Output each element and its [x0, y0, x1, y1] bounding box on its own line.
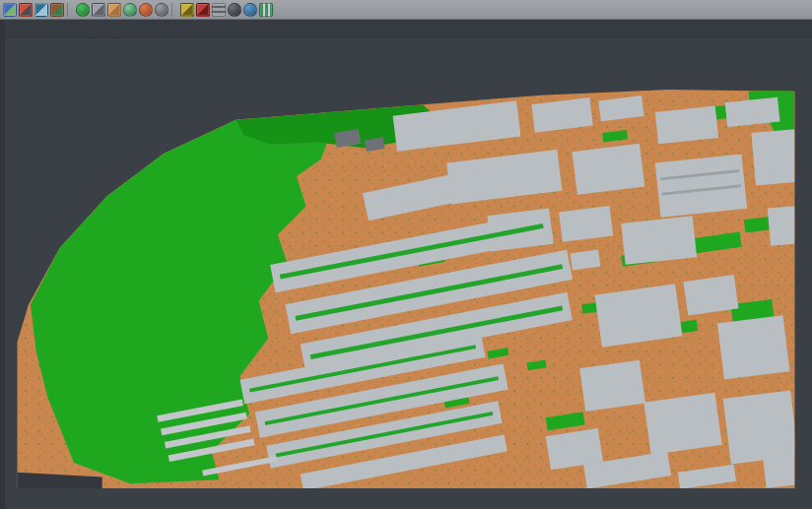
- grid-icon[interactable]: [212, 3, 226, 17]
- globe-icon[interactable]: [123, 3, 137, 17]
- toolbar-separator: [67, 3, 73, 17]
- histogram-icon[interactable]: [259, 3, 273, 17]
- application-window: [0, 0, 812, 509]
- measure-icon[interactable]: [180, 3, 194, 17]
- building-icon[interactable]: [92, 3, 105, 17]
- layers-icon[interactable]: [3, 3, 17, 17]
- toolbar-separator: [171, 3, 177, 17]
- point-cloud-scene: [0, 22, 812, 509]
- settings-gear-icon[interactable]: [155, 3, 169, 17]
- terrain-icon[interactable]: [50, 3, 64, 17]
- delete-icon[interactable]: [196, 3, 210, 17]
- main-toolbar: [0, 0, 812, 20]
- viewport-left-edge: [0, 20, 5, 509]
- 3d-viewport[interactable]: [0, 20, 812, 509]
- render-globe-icon[interactable]: [243, 3, 257, 17]
- vegetation-icon[interactable]: [76, 3, 90, 17]
- save-icon[interactable]: [34, 3, 48, 17]
- classification-icon[interactable]: [139, 3, 153, 17]
- ground-icon[interactable]: [107, 3, 121, 17]
- open-file-icon[interactable]: [19, 3, 33, 17]
- sphere-icon[interactable]: [228, 3, 241, 17]
